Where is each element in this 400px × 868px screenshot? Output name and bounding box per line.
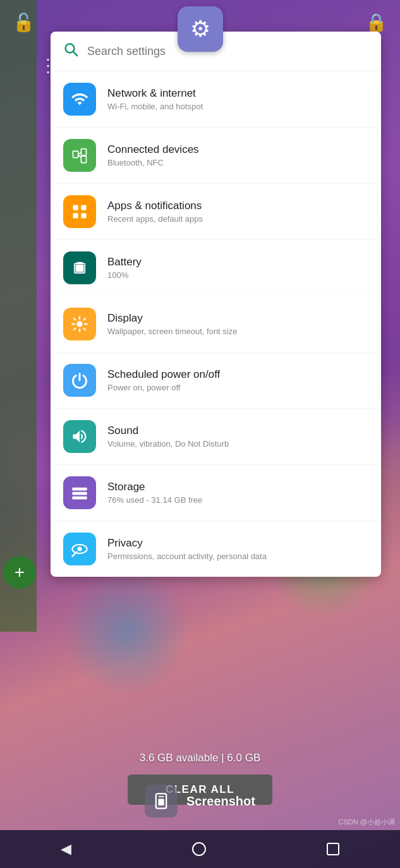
apps-text: Apps & notifications Recent apps, defaul… (107, 200, 368, 224)
svg-rect-6 (81, 156, 86, 162)
lock-open-icon: 🔓 (13, 12, 35, 33)
privacy-text: Privacy Permissions, account activity, p… (107, 537, 368, 561)
settings-gear-header: ⚙ (178, 6, 223, 52)
screenshot-icon (145, 785, 178, 817)
apps-title: Apps & notifications (107, 200, 368, 212)
lock-closed-icon: 🔒 (365, 12, 387, 33)
settings-item-storage[interactable]: Storage 76% used - 31.14 GB free (51, 465, 381, 521)
battery-icon (63, 251, 96, 284)
svg-rect-13 (76, 265, 84, 272)
display-text: Display Wallpaper, screen timeout, font … (107, 312, 368, 336)
svg-rect-23 (158, 799, 164, 806)
bg-decoration-3 (63, 569, 190, 695)
svg-rect-9 (73, 213, 78, 218)
search-icon (63, 42, 78, 61)
connected-title: Connected devices (107, 143, 368, 156)
network-icon (63, 83, 96, 116)
svg-rect-15 (72, 488, 87, 491)
settings-item-power[interactable]: Scheduled power on/off Power on, power o… (51, 353, 381, 409)
power-text: Scheduled power on/off Power on, power o… (107, 368, 368, 392)
connected-subtitle: Bluetooth, NFC (107, 158, 368, 167)
nav-recent-button[interactable] (327, 843, 339, 855)
svg-rect-17 (72, 497, 87, 500)
nav-bar: ◀ (0, 830, 400, 868)
svg-rect-2 (73, 151, 78, 158)
display-subtitle: Wallpaper, screen timeout, font size (107, 327, 368, 336)
watermark: CSDN @小超小调 (339, 817, 395, 827)
sound-subtitle: Volume, vibration, Do Not Disturb (107, 439, 368, 449)
screenshot-area: Screenshot (0, 785, 400, 817)
memory-info: 3.6 GB available | 6.0 GB (140, 752, 261, 764)
left-bar (0, 0, 37, 632)
connected-text: Connected devices Bluetooth, NFC (107, 143, 368, 167)
network-title: Network & internet (107, 87, 368, 100)
settings-card: Network & internet Wi-Fi, mobile, and ho… (51, 32, 381, 577)
svg-point-14 (76, 321, 82, 327)
settings-item-apps[interactable]: Apps & notifications Recent apps, defaul… (51, 184, 381, 240)
apps-icon (63, 195, 96, 228)
settings-item-privacy[interactable]: Privacy Permissions, account activity, p… (51, 521, 381, 577)
storage-title: Storage (107, 481, 368, 493)
sound-icon (63, 420, 96, 453)
network-subtitle: Wi-Fi, mobile, and hotspot (107, 102, 368, 111)
apps-subtitle: Recent apps, default apps (107, 214, 368, 224)
power-title: Scheduled power on/off (107, 368, 368, 381)
privacy-title: Privacy (107, 537, 368, 550)
settings-item-network[interactable]: Network & internet Wi-Fi, mobile, and ho… (51, 71, 381, 128)
battery-subtitle: 100% (107, 270, 368, 280)
battery-title: Battery (107, 256, 368, 268)
svg-rect-3 (81, 149, 86, 156)
settings-item-sound[interactable]: Sound Volume, vibration, Do Not Disturb (51, 409, 381, 465)
battery-text: Battery 100% (107, 256, 368, 280)
screenshot-label: Screenshot (186, 794, 255, 809)
sound-title: Sound (107, 425, 368, 437)
power-subtitle: Power on, power off (107, 383, 368, 392)
storage-text: Storage 76% used - 31.14 GB free (107, 481, 368, 505)
svg-rect-12 (76, 262, 82, 265)
privacy-subtitle: Permissions, account activity, personal … (107, 552, 368, 561)
connected-devices-icon (63, 139, 96, 172)
fab-add-button[interactable]: + (3, 556, 36, 589)
gear-icon: ⚙ (190, 16, 210, 42)
svg-rect-8 (81, 205, 86, 210)
svg-rect-16 (72, 492, 87, 495)
settings-item-display[interactable]: Display Wallpaper, screen timeout, font … (51, 296, 381, 353)
privacy-icon (63, 533, 96, 565)
settings-item-battery[interactable]: Battery 100% (51, 240, 381, 296)
svg-rect-10 (81, 213, 86, 218)
storage-icon (63, 476, 96, 509)
display-icon (63, 308, 96, 341)
network-text: Network & internet Wi-Fi, mobile, and ho… (107, 87, 368, 111)
svg-point-19 (78, 547, 82, 552)
svg-line-1 (73, 52, 77, 56)
storage-subtitle: 76% used - 31.14 GB free (107, 495, 368, 505)
settings-item-connected[interactable]: Connected devices Bluetooth, NFC (51, 128, 381, 184)
sound-text: Sound Volume, vibration, Do Not Disturb (107, 425, 368, 449)
search-input[interactable] (87, 45, 368, 58)
display-title: Display (107, 312, 368, 325)
nav-home-button[interactable] (192, 842, 206, 856)
nav-back-button[interactable]: ◀ (61, 841, 71, 857)
svg-rect-7 (73, 205, 78, 210)
power-icon (63, 364, 96, 397)
